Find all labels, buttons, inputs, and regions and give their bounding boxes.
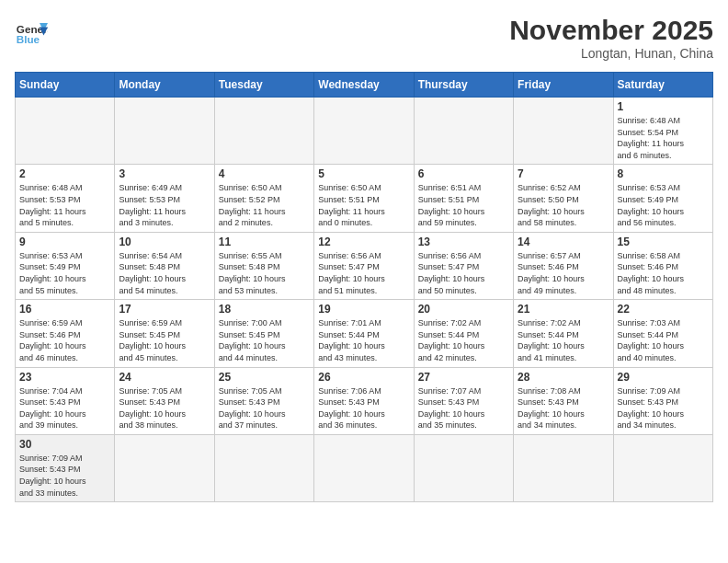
day-number: 13 xyxy=(418,236,509,248)
calendar-cell xyxy=(613,434,712,501)
day-number: 5 xyxy=(318,167,409,180)
day-info: Sunrise: 6:56 AM Sunset: 5:47 PM Dayligh… xyxy=(318,250,409,296)
calendar-cell xyxy=(514,98,613,165)
day-number: 17 xyxy=(119,303,210,316)
calendar-body: 1Sunrise: 6:48 AM Sunset: 5:54 PM Daylig… xyxy=(16,98,713,502)
day-number: 19 xyxy=(318,303,409,316)
day-info: Sunrise: 6:51 AM Sunset: 5:51 PM Dayligh… xyxy=(418,182,509,228)
calendar-cell xyxy=(414,434,513,501)
day-info: Sunrise: 7:04 AM Sunset: 5:43 PM Dayligh… xyxy=(19,385,110,431)
logo-icon: General Blue xyxy=(15,15,48,48)
calendar-cell: 17Sunrise: 6:59 AM Sunset: 5:45 PM Dayli… xyxy=(115,300,214,367)
weekday-sunday: Sunday xyxy=(16,73,115,98)
calendar-cell xyxy=(314,98,414,165)
day-info: Sunrise: 7:06 AM Sunset: 5:43 PM Dayligh… xyxy=(318,385,409,431)
day-info: Sunrise: 7:02 AM Sunset: 5:44 PM Dayligh… xyxy=(518,317,609,363)
day-info: Sunrise: 7:09 AM Sunset: 5:43 PM Dayligh… xyxy=(618,385,709,431)
logo: General Blue xyxy=(15,15,48,48)
calendar-week-3: 9Sunrise: 6:53 AM Sunset: 5:49 PM Daylig… xyxy=(16,232,713,299)
calendar-cell: 27Sunrise: 7:07 AM Sunset: 5:43 PM Dayli… xyxy=(414,367,513,434)
day-number: 10 xyxy=(119,236,210,248)
day-number: 3 xyxy=(119,167,210,180)
calendar-week-5: 23Sunrise: 7:04 AM Sunset: 5:43 PM Dayli… xyxy=(16,367,713,434)
day-info: Sunrise: 6:58 AM Sunset: 5:46 PM Dayligh… xyxy=(618,250,709,296)
calendar-week-2: 2Sunrise: 6:48 AM Sunset: 5:53 PM Daylig… xyxy=(16,165,713,232)
day-info: Sunrise: 6:53 AM Sunset: 5:49 PM Dayligh… xyxy=(19,250,110,296)
calendar-cell xyxy=(214,434,313,501)
day-info: Sunrise: 6:50 AM Sunset: 5:51 PM Dayligh… xyxy=(318,182,409,228)
day-number: 9 xyxy=(19,236,110,248)
calendar-cell: 14Sunrise: 6:57 AM Sunset: 5:46 PM Dayli… xyxy=(514,232,613,299)
calendar-cell: 15Sunrise: 6:58 AM Sunset: 5:46 PM Dayli… xyxy=(613,232,712,299)
day-number: 7 xyxy=(518,167,609,180)
calendar-cell: 19Sunrise: 7:01 AM Sunset: 5:44 PM Dayli… xyxy=(314,300,414,367)
weekday-wednesday: Wednesday xyxy=(314,73,414,98)
day-number: 25 xyxy=(219,371,310,384)
day-info: Sunrise: 7:09 AM Sunset: 5:43 PM Dayligh… xyxy=(19,453,110,499)
day-number: 2 xyxy=(19,167,110,180)
calendar-cell: 24Sunrise: 7:05 AM Sunset: 5:43 PM Dayli… xyxy=(115,367,214,434)
day-info: Sunrise: 6:52 AM Sunset: 5:50 PM Dayligh… xyxy=(518,182,609,228)
calendar-cell: 6Sunrise: 6:51 AM Sunset: 5:51 PM Daylig… xyxy=(414,165,513,232)
day-number: 11 xyxy=(219,236,310,248)
svg-text:Blue: Blue xyxy=(17,33,40,45)
weekday-thursday: Thursday xyxy=(414,73,513,98)
calendar-cell: 10Sunrise: 6:54 AM Sunset: 5:48 PM Dayli… xyxy=(115,232,214,299)
calendar-cell: 29Sunrise: 7:09 AM Sunset: 5:43 PM Dayli… xyxy=(613,367,712,434)
day-number: 21 xyxy=(518,303,609,316)
calendar-cell: 1Sunrise: 6:48 AM Sunset: 5:54 PM Daylig… xyxy=(613,98,712,165)
calendar-cell: 21Sunrise: 7:02 AM Sunset: 5:44 PM Dayli… xyxy=(514,300,613,367)
day-number: 6 xyxy=(418,167,509,180)
day-number: 26 xyxy=(318,371,409,384)
day-info: Sunrise: 6:59 AM Sunset: 5:46 PM Dayligh… xyxy=(19,317,110,363)
calendar-cell xyxy=(314,434,414,501)
calendar-cell: 4Sunrise: 6:50 AM Sunset: 5:52 PM Daylig… xyxy=(214,165,313,232)
calendar-cell xyxy=(115,98,214,165)
day-info: Sunrise: 7:01 AM Sunset: 5:44 PM Dayligh… xyxy=(318,317,409,363)
calendar-cell: 18Sunrise: 7:00 AM Sunset: 5:45 PM Dayli… xyxy=(214,300,313,367)
calendar-cell: 2Sunrise: 6:48 AM Sunset: 5:53 PM Daylig… xyxy=(16,165,115,232)
day-info: Sunrise: 7:02 AM Sunset: 5:44 PM Dayligh… xyxy=(418,317,509,363)
day-info: Sunrise: 7:03 AM Sunset: 5:44 PM Dayligh… xyxy=(618,317,709,363)
weekday-header-row: SundayMondayTuesdayWednesdayThursdayFrid… xyxy=(16,73,713,98)
day-info: Sunrise: 6:48 AM Sunset: 5:53 PM Dayligh… xyxy=(19,182,110,228)
calendar-cell xyxy=(214,98,313,165)
calendar-cell: 25Sunrise: 7:05 AM Sunset: 5:43 PM Dayli… xyxy=(214,367,313,434)
day-info: Sunrise: 6:55 AM Sunset: 5:48 PM Dayligh… xyxy=(219,250,310,296)
calendar-cell: 11Sunrise: 6:55 AM Sunset: 5:48 PM Dayli… xyxy=(214,232,313,299)
day-info: Sunrise: 6:54 AM Sunset: 5:48 PM Dayligh… xyxy=(119,250,210,296)
day-number: 28 xyxy=(518,371,609,384)
calendar-week-4: 16Sunrise: 6:59 AM Sunset: 5:46 PM Dayli… xyxy=(16,300,713,367)
calendar-table: SundayMondayTuesdayWednesdayThursdayFrid… xyxy=(15,72,713,502)
day-info: Sunrise: 7:08 AM Sunset: 5:43 PM Dayligh… xyxy=(518,385,609,431)
month-title: November 2025 xyxy=(509,15,713,46)
weekday-saturday: Saturday xyxy=(613,73,712,98)
day-info: Sunrise: 6:50 AM Sunset: 5:52 PM Dayligh… xyxy=(219,182,310,228)
day-number: 24 xyxy=(119,371,210,384)
calendar-cell: 5Sunrise: 6:50 AM Sunset: 5:51 PM Daylig… xyxy=(314,165,414,232)
day-number: 23 xyxy=(19,371,110,384)
title-block: November 2025 Longtan, Hunan, China xyxy=(509,15,713,61)
day-number: 14 xyxy=(518,236,609,248)
weekday-monday: Monday xyxy=(115,73,214,98)
calendar-cell: 8Sunrise: 6:53 AM Sunset: 5:49 PM Daylig… xyxy=(613,165,712,232)
calendar-cell xyxy=(16,98,115,165)
calendar-cell: 30Sunrise: 7:09 AM Sunset: 5:43 PM Dayli… xyxy=(16,434,115,501)
calendar-cell: 28Sunrise: 7:08 AM Sunset: 5:43 PM Dayli… xyxy=(514,367,613,434)
calendar-cell: 3Sunrise: 6:49 AM Sunset: 5:53 PM Daylig… xyxy=(115,165,214,232)
day-info: Sunrise: 6:59 AM Sunset: 5:45 PM Dayligh… xyxy=(119,317,210,363)
day-info: Sunrise: 6:48 AM Sunset: 5:54 PM Dayligh… xyxy=(618,115,709,161)
day-info: Sunrise: 7:05 AM Sunset: 5:43 PM Dayligh… xyxy=(219,385,310,431)
day-number: 20 xyxy=(418,303,509,316)
day-info: Sunrise: 7:05 AM Sunset: 5:43 PM Dayligh… xyxy=(119,385,210,431)
day-number: 8 xyxy=(618,167,709,180)
day-number: 15 xyxy=(618,236,709,248)
day-number: 1 xyxy=(618,100,709,113)
day-number: 12 xyxy=(318,236,409,248)
day-info: Sunrise: 6:56 AM Sunset: 5:47 PM Dayligh… xyxy=(418,250,509,296)
day-number: 27 xyxy=(418,371,509,384)
calendar-cell xyxy=(115,434,214,501)
day-number: 22 xyxy=(618,303,709,316)
calendar-cell: 26Sunrise: 7:06 AM Sunset: 5:43 PM Dayli… xyxy=(314,367,414,434)
weekday-tuesday: Tuesday xyxy=(214,73,313,98)
